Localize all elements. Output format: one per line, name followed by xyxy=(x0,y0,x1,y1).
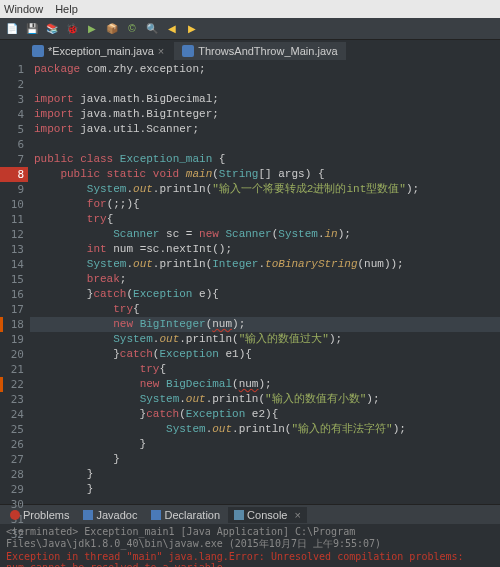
menubar: Window Help xyxy=(0,0,500,18)
console-status: <terminated> Exception_main1 [Java Appli… xyxy=(6,526,494,551)
bottom-panel-tabs: Problems Javadoc Declaration Console × xyxy=(0,504,500,524)
search-icon[interactable]: 🔍 xyxy=(144,21,160,37)
console-icon xyxy=(234,510,244,520)
javadoc-icon xyxy=(83,510,93,520)
tab-exception-main[interactable]: *Exception_main.java × xyxy=(24,42,172,60)
tab-declaration[interactable]: Declaration xyxy=(145,507,226,523)
declaration-icon xyxy=(151,510,161,520)
toolbar: 📄 💾 📚 🐞 ▶ 📦 © 🔍 ◀ ▶ xyxy=(0,18,500,40)
new-icon[interactable]: 📄 xyxy=(4,21,20,37)
code-editor[interactable]: 1234567891011121314151617181920212223242… xyxy=(0,60,500,504)
console-error-line: Exception in thread "main" java.lang.Err… xyxy=(6,551,494,562)
tab-problems[interactable]: Problems xyxy=(4,507,75,523)
menu-window[interactable]: Window xyxy=(4,3,43,15)
console-panel: <terminated> Exception_main1 [Java Appli… xyxy=(0,524,500,567)
close-icon[interactable]: × xyxy=(158,45,164,57)
forward-icon[interactable]: ▶ xyxy=(184,21,200,37)
line-gutter: 1234567891011121314151617181920212223242… xyxy=(0,60,30,504)
console-error-line: num cannot be resolved to a variable xyxy=(6,562,494,567)
debug-icon[interactable]: 🐞 xyxy=(64,21,80,37)
tab-label: *Exception_main.java xyxy=(48,45,154,57)
editor-tabs: *Exception_main.java × ThrowsAndThrow_Ma… xyxy=(0,40,500,60)
run-icon[interactable]: ▶ xyxy=(84,21,100,37)
package-icon[interactable]: 📦 xyxy=(104,21,120,37)
problems-icon xyxy=(10,510,20,520)
tab-throws-and-throw[interactable]: ThrowsAndThrow_Main.java xyxy=(174,42,345,60)
java-file-icon xyxy=(32,45,44,57)
tab-label: ThrowsAndThrow_Main.java xyxy=(198,45,337,57)
code-area[interactable]: package com.zhy.exception;import java.ma… xyxy=(30,60,500,504)
save-all-icon[interactable]: 📚 xyxy=(44,21,60,37)
menu-help[interactable]: Help xyxy=(55,3,78,15)
save-icon[interactable]: 💾 xyxy=(24,21,40,37)
close-icon[interactable]: × xyxy=(294,509,300,521)
tab-console[interactable]: Console × xyxy=(228,507,307,523)
java-file-icon xyxy=(182,45,194,57)
class-icon[interactable]: © xyxy=(124,21,140,37)
back-icon[interactable]: ◀ xyxy=(164,21,180,37)
tab-javadoc[interactable]: Javadoc xyxy=(77,507,143,523)
